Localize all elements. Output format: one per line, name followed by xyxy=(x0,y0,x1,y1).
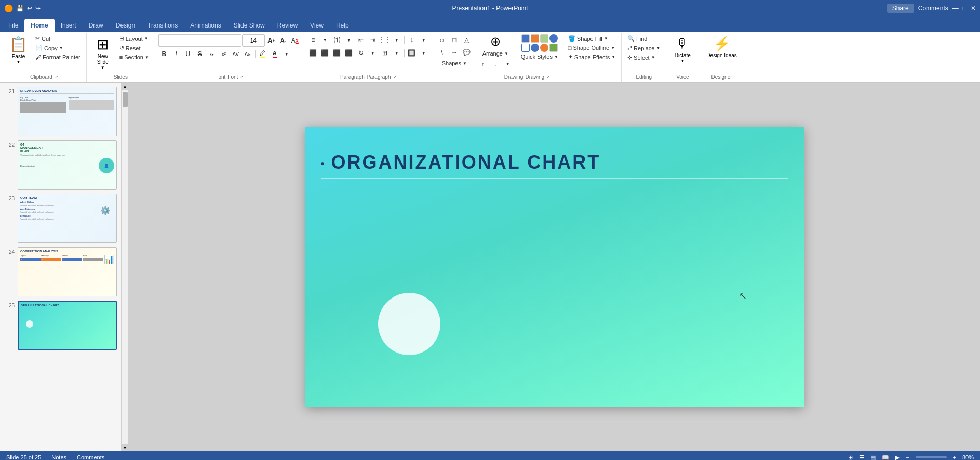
design-ideas-button[interactable]: ⚡ Design Ideas xyxy=(702,34,741,60)
clipboard-expand-icon[interactable]: ↗ xyxy=(55,75,58,79)
find-button[interactable]: 🔍 Find xyxy=(625,34,663,43)
zoom-bar[interactable] xyxy=(916,456,947,458)
columns-arrow[interactable]: ▼ xyxy=(391,34,402,46)
section-button[interactable]: ≡ Section ▼ xyxy=(117,53,152,61)
quick-redo-icon[interactable]: ↪ xyxy=(35,5,41,12)
view-normal-icon[interactable]: ⊞ xyxy=(848,454,853,461)
menu-draw[interactable]: Draw xyxy=(83,19,110,32)
zoom-in-icon[interactable]: + xyxy=(953,454,956,460)
arrange-up-btn[interactable]: ↑ xyxy=(477,58,489,70)
menu-review[interactable]: Review xyxy=(271,19,304,32)
quick-styles-button[interactable]: Quick Styles ▼ xyxy=(518,52,561,61)
align-center-button[interactable]: ⬛ xyxy=(319,47,331,59)
bullets-arrow[interactable]: ▼ xyxy=(319,34,331,46)
increase-indent-button[interactable]: ⇥ xyxy=(367,34,379,46)
font-grow-button[interactable]: A+ xyxy=(265,35,277,46)
numbered-arrow[interactable]: ▼ xyxy=(343,34,355,46)
columns-button[interactable]: ⋮⋮ xyxy=(379,34,391,46)
menu-home[interactable]: Home xyxy=(24,19,54,32)
callout-shape[interactable]: 💬 xyxy=(461,47,473,58)
arrange-arrow-btn[interactable]: ▼ xyxy=(502,58,514,70)
menu-design[interactable]: Design xyxy=(110,19,141,32)
drawing-expand-icon[interactable]: ↗ xyxy=(546,75,550,79)
qs-cell-2[interactable] xyxy=(531,34,539,43)
qs-cell-8[interactable] xyxy=(549,44,558,52)
menu-help[interactable]: Help xyxy=(330,19,355,32)
comments-button[interactable]: Comments xyxy=(918,5,948,12)
quick-save-icon[interactable]: 💾 xyxy=(16,5,24,12)
highlight-button[interactable]: 🖊 xyxy=(257,48,269,60)
qs-cell-6[interactable] xyxy=(531,44,539,52)
arrange-icon[interactable]: ⊕ xyxy=(490,34,501,49)
zoom-out-icon[interactable]: − xyxy=(906,454,909,460)
character-spacing-button[interactable]: AV xyxy=(230,48,241,60)
slide-thumb-25[interactable]: ORGANIZATIONAL CHART xyxy=(18,301,117,350)
line-spacing-arrow[interactable]: ▼ xyxy=(418,34,429,46)
numbered-button[interactable]: ⑴ xyxy=(331,34,343,46)
cut-button[interactable]: ✂Cut xyxy=(33,34,83,43)
strikethrough-button[interactable]: S xyxy=(194,48,206,60)
slide-thumb-22[interactable]: 04 MANAGEMENTPLAN You could enter subtit… xyxy=(18,140,117,190)
scrollbar-down[interactable]: ▼ xyxy=(122,444,129,451)
slide-item-24[interactable]: 24 COMPETITION ANALYSIS Jupiter Mercury … xyxy=(4,247,117,296)
slide-thumb-23[interactable]: OUR TEAM Albert Clifford You could enter… xyxy=(18,194,117,243)
maximize-button[interactable]: □ xyxy=(963,5,966,12)
font-name-input[interactable] xyxy=(161,37,239,44)
layout-button[interactable]: ⊟ Layout ▼ xyxy=(117,34,152,43)
dictate-button[interactable]: 🎙 Dictate ▼ xyxy=(669,34,695,65)
notes-button[interactable]: Notes xyxy=(51,454,66,460)
text-direction-button[interactable]: ↻ xyxy=(355,47,367,59)
view-slide-icon[interactable]: ▤ xyxy=(870,454,876,461)
change-case-button[interactable]: Aa xyxy=(242,48,253,60)
font-size-input[interactable] xyxy=(245,37,262,44)
rect-shape[interactable]: □ xyxy=(449,34,460,46)
font-color-arrow[interactable]: ▼ xyxy=(281,48,292,60)
qs-cell-5[interactable] xyxy=(521,44,530,52)
slide-circle[interactable] xyxy=(378,293,440,355)
replace-button[interactable]: ⇄ Replace ▼ xyxy=(625,44,663,52)
menu-file[interactable]: File xyxy=(2,19,24,32)
qs-cell-3[interactable] xyxy=(540,34,548,43)
menu-slideshow[interactable]: Slide Show xyxy=(227,19,271,32)
qs-cell-7[interactable] xyxy=(540,44,548,52)
comments-button-status[interactable]: Comments xyxy=(77,454,104,460)
text-direction-arrow[interactable]: ▼ xyxy=(367,47,379,59)
italic-button[interactable]: I xyxy=(170,48,182,60)
align-text-arrow[interactable]: ▼ xyxy=(391,47,402,59)
shape-effects-button[interactable]: ✦ Shape Effects ▼ xyxy=(566,52,618,61)
slide-canvas[interactable]: ORGANIZATIONAL CHART ↖ xyxy=(305,127,804,407)
oval-shape[interactable]: ○ xyxy=(436,34,448,46)
arrange-button[interactable]: Arrange ▼ xyxy=(480,49,511,58)
font-expand-icon[interactable]: ↗ xyxy=(240,75,244,79)
arrange-down-btn[interactable]: ↓ xyxy=(490,58,501,70)
slide-item-25[interactable]: 25 ORGANIZATIONAL CHART xyxy=(4,301,117,350)
format-painter-button[interactable]: 🖌Format Painter xyxy=(33,53,83,61)
reset-button[interactable]: ↺ Reset xyxy=(117,44,152,52)
view-reading-icon[interactable]: 📖 xyxy=(882,454,889,461)
line-spacing-button[interactable]: ↕ xyxy=(406,34,418,46)
paragraph-expand-icon[interactable]: ↗ xyxy=(393,75,397,79)
subscript-button[interactable]: x₂ xyxy=(206,48,218,60)
quick-undo-icon[interactable]: ↩ xyxy=(27,5,32,12)
copy-button[interactable]: 📄Copy ▼ xyxy=(33,44,83,52)
bold-button[interactable]: B xyxy=(158,48,170,60)
slide-item-22[interactable]: 22 04 MANAGEMENTPLAN You could enter sub… xyxy=(4,140,117,190)
line-shape[interactable]: \ xyxy=(436,47,448,58)
shape-outline-button[interactable]: □ Shape Outline ▼ xyxy=(566,44,618,52)
underline-button[interactable]: U xyxy=(182,48,194,60)
bullets-button[interactable]: ≡ xyxy=(307,34,319,46)
triangle-shape[interactable]: △ xyxy=(461,34,473,46)
arrow-shape[interactable]: → xyxy=(449,47,460,58)
decrease-indent-button[interactable]: ⇤ xyxy=(355,34,367,46)
justify-button[interactable]: ⬛ xyxy=(343,47,355,59)
shapes-button[interactable]: Shapes ▼ xyxy=(439,59,469,67)
view-outline-icon[interactable]: ☰ xyxy=(859,454,864,461)
superscript-button[interactable]: x² xyxy=(218,48,230,60)
align-text-button[interactable]: ⊞ xyxy=(379,47,391,59)
paste-button[interactable]: 📋 Paste ▼ xyxy=(5,34,32,66)
shape-fill-button[interactable]: 🪣 Shape Fill ▼ xyxy=(566,34,618,43)
align-left-button[interactable]: ⬛ xyxy=(307,47,319,59)
minimize-button[interactable]: — xyxy=(952,5,959,12)
qs-cell-4[interactable] xyxy=(549,34,558,43)
qs-cell-1[interactable] xyxy=(521,34,530,43)
